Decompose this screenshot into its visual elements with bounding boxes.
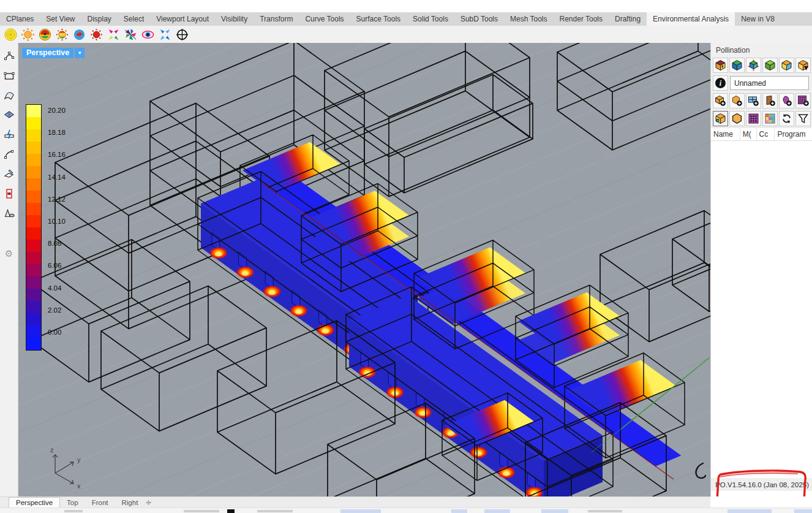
viewport-tab[interactable]: Right bbox=[115, 497, 145, 507]
ribbon-tab[interactable]: Solid Tools bbox=[407, 12, 454, 26]
ribbon-tab[interactable]: Visibility bbox=[215, 12, 254, 26]
svg-text:z: z bbox=[50, 446, 54, 454]
ribbon-tab-bar: CPlanesSet ViewDisplaySelectViewport Lay… bbox=[0, 12, 812, 26]
chevron-down-icon[interactable]: ▼ bbox=[75, 48, 85, 58]
filter-cube-icon[interactable] bbox=[795, 58, 811, 73]
table-column-header[interactable]: M( bbox=[740, 128, 757, 140]
ribbon-tab[interactable]: Curve Tools bbox=[299, 12, 350, 26]
ribbon-tab[interactable]: SubD Tools bbox=[454, 12, 504, 26]
viewport-tab-bar: PerspectiveTopFrontRight bbox=[0, 496, 710, 507]
orientation-star-icon[interactable] bbox=[123, 27, 138, 42]
ribbon-tab[interactable]: New in V8 bbox=[735, 12, 781, 26]
refresh-icon[interactable] bbox=[779, 111, 794, 126]
ribbon-tab[interactable]: Display bbox=[81, 12, 118, 26]
filter-icon[interactable] bbox=[795, 111, 811, 126]
converge-arrows-blue-icon[interactable] bbox=[157, 27, 172, 42]
model-toolbar bbox=[711, 56, 812, 74]
add-door-icon[interactable] bbox=[762, 93, 778, 108]
viewport-3d-scene[interactable]: z y x bbox=[18, 43, 710, 496]
converge-arrows-magenta-icon[interactable] bbox=[106, 27, 121, 42]
status-bar-fragment bbox=[64, 510, 83, 512]
viewport-tab[interactable]: Perspective bbox=[9, 497, 60, 507]
viewport-title[interactable]: Perspective ▼ bbox=[22, 48, 85, 58]
ribbon-tab[interactable]: Drafting bbox=[609, 12, 647, 26]
viewport-3d[interactable]: z y x Perspective ▼ 20.2018.1816.1614.14… bbox=[18, 43, 710, 496]
ribbon-tab[interactable]: Render Tools bbox=[554, 12, 609, 26]
add-aperture-icon[interactable] bbox=[779, 93, 794, 108]
info-icon[interactable]: i bbox=[713, 75, 728, 91]
status-bar-fragment bbox=[340, 509, 381, 513]
add-grid-icon[interactable] bbox=[795, 93, 811, 108]
ribbon-tab[interactable]: Environmental Analysis bbox=[647, 12, 735, 26]
table-column-header[interactable]: Cc bbox=[757, 128, 775, 140]
model-cube-blue-icon[interactable] bbox=[729, 58, 745, 73]
ribbon-tab[interactable]: Set View bbox=[40, 12, 81, 26]
model-name-field[interactable]: Unnamed bbox=[730, 76, 809, 90]
svg-text:x: x bbox=[77, 482, 81, 490]
add-toolbar bbox=[711, 92, 812, 110]
ribbon-tab[interactable]: Transform bbox=[254, 12, 299, 26]
surface-tools-icon[interactable] bbox=[2, 88, 17, 103]
model-home-icon[interactable] bbox=[713, 58, 728, 73]
model-name-row: i Unnamed bbox=[711, 74, 812, 92]
left-toolbar: ⚙ bbox=[0, 43, 18, 496]
viewport-title-label[interactable]: Perspective bbox=[22, 48, 73, 58]
rooms-table-header: NameM(CcProgram bbox=[711, 127, 812, 141]
title-bar bbox=[0, 0, 812, 12]
viewport-tab[interactable]: Front bbox=[85, 497, 115, 507]
add-window-icon[interactable] bbox=[746, 93, 761, 108]
viewport-tab[interactable]: Top bbox=[60, 497, 85, 507]
radiation-rose-icon[interactable] bbox=[55, 27, 69, 42]
mesh-tools-icon[interactable] bbox=[2, 108, 17, 123]
plane-section-icon[interactable] bbox=[2, 127, 17, 142]
pollination-panel: Pollination i Unnamed bbox=[710, 43, 812, 496]
status-bar-fragment bbox=[794, 509, 812, 513]
curve-edit-icon[interactable] bbox=[2, 147, 17, 162]
status-bar-fragment bbox=[541, 509, 568, 513]
status-bar-fragment bbox=[451, 509, 467, 513]
ribbon-tab[interactable]: CPlanes bbox=[0, 12, 40, 26]
table-column-header[interactable]: Program bbox=[775, 128, 812, 140]
curve-tools-icon[interactable] bbox=[2, 49, 17, 64]
plugin-version-bar: PO.V1.54.16.0 (Jan 08, 2025) bbox=[711, 478, 812, 491]
legend-color-scale bbox=[26, 104, 42, 351]
wind-boundary-icon[interactable] bbox=[72, 27, 86, 42]
plugin-version-label: PO.V1.54.16.0 (Jan 08, 2025) bbox=[715, 481, 809, 488]
plane-pencil-icon[interactable] bbox=[2, 167, 17, 181]
rectangle-tools-icon[interactable] bbox=[2, 69, 17, 83]
orange-cube-icon[interactable] bbox=[779, 58, 794, 73]
status-bar-fragment bbox=[257, 510, 293, 512]
table-column-header[interactable]: Name bbox=[711, 128, 740, 140]
color-grid-icon[interactable] bbox=[762, 111, 778, 126]
svg-text:y: y bbox=[77, 456, 81, 463]
add-shade-icon[interactable] bbox=[729, 93, 745, 108]
set-north-crosshair-icon[interactable] bbox=[175, 27, 189, 42]
rhino-window: CPlanesSet ViewDisplaySelectViewport Lay… bbox=[0, 0, 812, 513]
ladybug-icon[interactable] bbox=[37, 27, 52, 42]
sun-path-icon[interactable] bbox=[3, 27, 18, 42]
ribbon-tab[interactable]: Mesh Tools bbox=[504, 12, 553, 26]
rooms-table-body[interactable] bbox=[711, 141, 812, 460]
solid-tools-icon[interactable] bbox=[2, 206, 17, 221]
ribbon-tab[interactable]: Surface Tools bbox=[350, 12, 407, 26]
sun-icon[interactable] bbox=[89, 27, 103, 42]
grid-display-icon[interactable] bbox=[746, 111, 761, 126]
view-analysis-eye-icon[interactable] bbox=[140, 27, 155, 42]
status-bar-fragment bbox=[484, 509, 510, 513]
sunlight-hours-icon[interactable] bbox=[20, 27, 35, 42]
ribbon-tab[interactable]: Viewport Layout bbox=[150, 12, 215, 26]
sync-model-cube-icon[interactable] bbox=[746, 58, 761, 73]
settings-gear-icon[interactable]: ⚙ bbox=[2, 246, 17, 261]
ribbon-tab[interactable]: Select bbox=[118, 12, 150, 26]
room-display-icon[interactable] bbox=[713, 111, 728, 126]
block-edit-icon[interactable] bbox=[2, 186, 17, 201]
add-room-icon[interactable] bbox=[713, 93, 728, 108]
green-cube-icon[interactable] bbox=[762, 58, 778, 73]
shade-display-icon[interactable] bbox=[729, 111, 745, 126]
new-viewport-icon[interactable]: ✛ bbox=[142, 499, 155, 507]
status-bar-fragment bbox=[227, 509, 235, 513]
status-bar-clipped bbox=[0, 507, 812, 513]
status-bar-fragment bbox=[588, 510, 622, 512]
panel-title: Pollination bbox=[711, 43, 812, 56]
status-bar-fragment bbox=[727, 509, 772, 513]
